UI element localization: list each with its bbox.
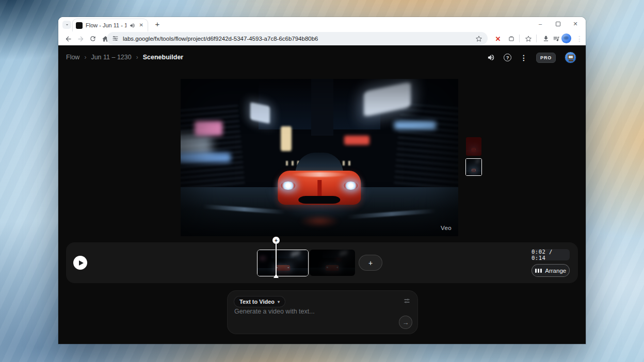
toolbar-divider xyxy=(519,35,520,42)
playhead[interactable]: + xyxy=(272,237,280,279)
play-button[interactable] xyxy=(73,256,87,270)
tab-title: Flow - Jun 11 - 1230 xyxy=(86,22,126,28)
volume-icon[interactable] xyxy=(487,54,495,61)
new-tab-button[interactable]: + xyxy=(153,20,162,29)
arrange-icon xyxy=(535,269,542,273)
back-button[interactable] xyxy=(62,32,74,45)
url-bar[interactable]: labs.google/fx/tools/flow/project/d6f924… xyxy=(107,32,488,45)
variant-thumbnail-2-selected[interactable] xyxy=(465,158,482,176)
timeline-clip-1-selected[interactable] xyxy=(257,250,309,276)
window-controls: – ✕ xyxy=(533,19,583,29)
extension-box-icon[interactable] xyxy=(505,32,518,45)
veo-watermark: Veo xyxy=(441,225,452,231)
pro-badge: PRO xyxy=(536,53,556,63)
minimize-button[interactable]: – xyxy=(533,19,548,29)
breadcrumb-separator: › xyxy=(136,54,138,61)
flow-favicon-icon xyxy=(76,22,83,29)
prompt-input[interactable] xyxy=(234,308,407,326)
chevron-down-icon: ▾ xyxy=(278,300,280,304)
video-frame-city-car: Veo xyxy=(181,79,458,236)
bookmark-star-icon[interactable] xyxy=(475,35,482,42)
app-header-actions: ? ⋮ PRO xyxy=(487,52,576,63)
sparkle-star-icon[interactable] xyxy=(522,32,535,45)
breadcrumb-separator: › xyxy=(84,54,86,61)
tab-strip: Flow - Jun 11 - 1230 ✕ + – ✕ xyxy=(58,17,586,31)
submit-button[interactable]: → xyxy=(399,316,412,329)
toolbar-divider xyxy=(536,35,537,42)
help-icon[interactable]: ? xyxy=(504,54,511,61)
user-avatar[interactable] xyxy=(565,52,576,63)
close-window-button[interactable]: ✕ xyxy=(568,19,583,29)
play-icon xyxy=(79,260,84,266)
tab-close-icon[interactable]: ✕ xyxy=(138,22,144,29)
app-menu-icon[interactable]: ⋮ xyxy=(520,54,527,62)
media-queue-icon[interactable] xyxy=(550,32,562,45)
maximize-button[interactable] xyxy=(551,19,565,29)
browser-toolbar: labs.google/fx/tools/flow/project/d6f924… xyxy=(58,31,586,45)
desktop-wallpaper: Flow - Jun 11 - 1230 ✕ + – ✕ xyxy=(0,0,644,362)
browser-window: Flow - Jun 11 - 1230 ✕ + – ✕ xyxy=(58,17,586,344)
tab-search-chevron-icon[interactable] xyxy=(62,21,71,29)
flow-app: Flow › Jun 11 – 1230 › Scenebuilder ? ⋮ … xyxy=(58,45,586,344)
tab-audio-icon[interactable] xyxy=(130,23,135,28)
playhead-line xyxy=(276,243,277,275)
prompt-box: Text to Video ▾ → xyxy=(227,290,418,334)
browser-menu-icon[interactable]: ⋮ xyxy=(573,32,586,45)
site-settings-icon[interactable] xyxy=(112,35,119,42)
breadcrumb-flow[interactable]: Flow xyxy=(66,54,79,61)
timeline-bar: + + 0:02 / 0:14 Arrange xyxy=(66,242,578,283)
add-clip-button[interactable]: + xyxy=(359,255,382,271)
mode-selector[interactable]: Text to Video ▾ xyxy=(234,296,285,307)
video-preview[interactable]: Veo xyxy=(181,79,458,236)
maximize-icon xyxy=(556,22,560,26)
browser-profile-avatar[interactable] xyxy=(561,34,571,43)
reload-button[interactable] xyxy=(87,32,99,45)
extension-red-icon[interactable]: ✕ xyxy=(492,32,504,45)
breadcrumb-page: Scenebuilder xyxy=(143,54,184,61)
arrange-label: Arrange xyxy=(545,268,566,274)
avatar-computer-icon xyxy=(568,55,574,59)
playhead-add-icon[interactable]: + xyxy=(272,237,280,244)
breadcrumb-project[interactable]: Jun 11 – 1230 xyxy=(91,54,131,61)
timeline-clip-2[interactable] xyxy=(310,250,355,276)
forward-button[interactable] xyxy=(74,32,87,45)
playhead-handle[interactable] xyxy=(273,274,279,278)
mode-label: Text to Video xyxy=(239,299,275,305)
variant-thumbnail-1[interactable] xyxy=(466,137,481,156)
breadcrumb: Flow › Jun 11 – 1230 › Scenebuilder xyxy=(66,54,183,61)
url-text: labs.google/fx/tools/flow/project/d6f924… xyxy=(123,36,471,42)
time-display: 0:02 / 0:14 xyxy=(532,249,570,260)
arrange-button[interactable]: Arrange xyxy=(532,264,570,277)
browser-tab[interactable]: Flow - Jun 11 - 1230 ✕ xyxy=(72,19,148,31)
prompt-settings-icon[interactable] xyxy=(403,297,411,305)
